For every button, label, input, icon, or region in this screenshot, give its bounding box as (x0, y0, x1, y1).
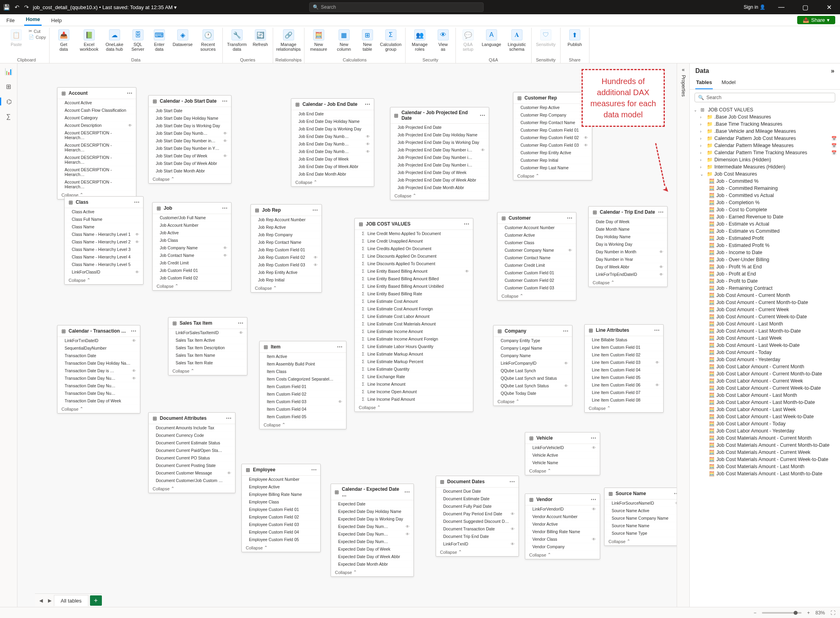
new-column-button[interactable]: ▦New column (332, 28, 356, 57)
tree-measure[interactable]: 🧮Job - Profit to Date (691, 277, 838, 285)
sql-button[interactable]: 🗄SQL Server (128, 28, 148, 57)
tree-root[interactable]: ⌄⊞JOB COST VALUES (691, 106, 838, 113)
field-row[interactable]: Sales Tax Item Active (168, 337, 247, 344)
field-row[interactable]: Employee Custom Field 05 (242, 536, 320, 543)
field-row[interactable]: Account DESCRIPTION - Hierarch… (57, 166, 136, 178)
field-row[interactable]: Customer/Job Full Name (153, 214, 231, 222)
field-row[interactable]: Day of Week Abbr👁 (589, 263, 667, 271)
field-row[interactable]: Line Item Custom Field 08 (585, 396, 663, 404)
field-row[interactable]: Item Assembly Build Point (260, 360, 346, 368)
properties-strip[interactable]: « Properties (677, 63, 689, 607)
tree-measure[interactable]: 🧮Job Cost Amount - Current Week-to-Date (691, 313, 838, 320)
collapse-link[interactable]: Collapse ⌃ (149, 175, 231, 183)
field-row[interactable]: Document Customer Message👁 (149, 469, 235, 477)
field-row[interactable]: QQube Last Synch (494, 367, 572, 375)
tab-home[interactable]: Home (24, 14, 42, 26)
tree-measure[interactable]: 🧮Job - Earned Revenue to Date (691, 213, 838, 220)
field-row[interactable]: LinkForSalesTaxItemID👁 (168, 329, 247, 337)
field-row[interactable]: Vendor Billing Rate Name (525, 528, 600, 536)
field-row[interactable]: Transaction Date Day is …👁 (57, 367, 140, 375)
field-row[interactable]: Customer Custom Field 03 (497, 284, 576, 292)
field-row[interactable]: Job Projected End Date (390, 124, 489, 131)
field-row[interactable]: ΣLine Credit Memo Applied To Document (355, 230, 473, 237)
tree-measure[interactable]: 🧮Job - Profit % at End (691, 263, 838, 270)
field-row[interactable]: Employee Class (242, 498, 320, 506)
field-row[interactable]: Job End Date Day Holiday Name (291, 118, 374, 125)
field-row[interactable]: Day Number in Year (589, 256, 667, 263)
field-row[interactable]: LinkForVendorID👁 (525, 505, 600, 513)
tree-folder[interactable]: ›📁.Base Job Cost Measures (691, 113, 838, 121)
field-row[interactable]: Company Entity Type (494, 337, 572, 344)
maximize-button[interactable]: ▢ (797, 4, 813, 11)
collapse-link[interactable]: Collapse ⌃ (589, 278, 667, 287)
tree-measure[interactable]: 🧮Job - Over-Under Billing (691, 256, 838, 263)
entity-caltxn[interactable]: ⊞Calendar - Transaction …⋯ LinkForTxnDat… (57, 325, 140, 413)
model-view-icon[interactable]: ⌬ (0, 98, 17, 105)
tree-folder[interactable]: ›📁.Base Time Tracking Measures (691, 121, 838, 128)
tree-measure[interactable]: 🧮Job - Income to Date (691, 249, 838, 256)
tree-measure[interactable]: 🧮Job Cost Labor Amount - Last Week (691, 406, 838, 413)
field-row[interactable]: Document Estimate Date (436, 495, 519, 503)
collapse-link[interactable]: Collapse ⌃ (390, 191, 489, 200)
field-row[interactable]: Customer Class (497, 239, 576, 247)
field-row[interactable]: Job Projected End Date Day Number i… (390, 161, 489, 169)
tree-measure[interactable]: 🧮Job Cost Labor Amount - Current Week-to… (691, 385, 838, 392)
tree-measure[interactable]: 🧮Job - Cost to Complete (691, 206, 838, 213)
field-row[interactable]: Job End Date Day Numb…👁 (291, 148, 374, 155)
field-row[interactable]: Account Cash Flow Classification (57, 107, 136, 114)
field-row[interactable]: Item Custom Field 03👁 (260, 398, 346, 406)
field-row[interactable]: Line Item Custom Field 06👁 (585, 381, 663, 389)
field-row[interactable]: Job Projected End Date Day Number i… (390, 154, 489, 161)
tree-measure[interactable]: 🧮Job Cost Amount - Last Week-to-Date (691, 342, 838, 349)
get-data-button[interactable]: 📥Get data (52, 28, 76, 57)
collapse-link[interactable]: Collapse ⌃ (605, 537, 677, 545)
field-row[interactable]: QQube Today Date (494, 390, 572, 397)
field-row[interactable]: Job Start Date Day of Week Abbr (149, 160, 231, 167)
field-row[interactable]: Document Current PO Status (149, 454, 235, 462)
tree-measure[interactable]: 🧮Job Cost Materials Amount - Current Mon… (691, 434, 838, 442)
more-icon[interactable]: ⋯ (238, 320, 244, 326)
entity-calexp[interactable]: ⊞Calendar - Expected Date …⋯ Expected Da… (331, 484, 414, 577)
field-row[interactable]: LinkForTxnDateID👁 (57, 337, 140, 344)
field-row[interactable]: Document Currency Code (149, 432, 235, 439)
entity-docdates[interactable]: ⊞Document Dates⋯ Document Due DateDocume… (436, 476, 519, 557)
field-row[interactable]: Date Month Name (589, 226, 667, 233)
share-button[interactable]: 📤 Share ▾ (797, 16, 835, 24)
field-row[interactable]: ΣLine Income Amount (355, 381, 473, 388)
more-icon[interactable]: ⋯ (134, 199, 140, 205)
field-row[interactable]: ΣLine Discounts Applied To Document (355, 260, 473, 268)
more-icon[interactable]: ⋯ (567, 215, 573, 221)
language-button[interactable]: ALanguage (480, 28, 503, 57)
field-row[interactable]: ΣLine Entity Based Billing Amount👁 (355, 268, 473, 275)
more-icon[interactable]: ⋯ (563, 328, 569, 334)
tree-measure[interactable]: 🧮Job - Estimate vs Actual (691, 220, 838, 228)
tree-measure[interactable]: 🧮Job - Committed % (691, 178, 838, 185)
field-row[interactable]: Expected Date Day is Working Day (331, 515, 413, 523)
field-row[interactable]: Class Name (65, 223, 143, 231)
model-canvas[interactable]: Hundreds of additional DAX measures for … (17, 63, 677, 607)
more-icon[interactable]: ⋯ (222, 98, 228, 104)
field-row[interactable]: Item Custom Field 02 (260, 390, 346, 398)
more-icon[interactable]: ⋯ (674, 490, 677, 497)
onelake-button[interactable]: ☁OneLake data hub (103, 28, 126, 57)
field-row[interactable]: Job Account Number (153, 222, 231, 229)
collapse-link[interactable]: Collapse ⌃ (494, 397, 572, 406)
more-icon[interactable]: ⋯ (222, 205, 228, 211)
field-row[interactable]: ΣLine Entity Based Billing Amount Billed (355, 275, 473, 283)
entity-item[interactable]: ⊞Item⋯ Item ActiveItem Assembly Build Po… (259, 341, 346, 429)
undo-icon[interactable]: ↶ (15, 4, 19, 10)
field-row[interactable]: Job Class (153, 237, 231, 244)
tree-measure[interactable]: 🧮Job - Estimate vs Committed (691, 228, 838, 235)
tree-measure[interactable]: 🧮Job Cost Amount - Current Week (691, 306, 838, 313)
more-icon[interactable]: ⋯ (658, 209, 664, 215)
field-row[interactable]: Document Due Date (436, 488, 519, 495)
field-row[interactable]: Item Active (260, 353, 346, 360)
field-row[interactable]: Expected Date Day Num…👁 (331, 530, 413, 538)
new-measure-button[interactable]: 🧮New measure (307, 28, 331, 57)
cut-button[interactable]: ✂ Cut (29, 29, 46, 34)
field-row[interactable]: Document Trip End Date (436, 533, 519, 540)
tree-measure[interactable]: 🧮Job - Remaining Contract (691, 285, 838, 292)
more-icon[interactable]: ⋯ (480, 112, 486, 119)
field-row[interactable]: Job Start Date Day Holiday Name (149, 115, 231, 122)
field-row[interactable]: Job Rep Contact Name (251, 239, 321, 246)
